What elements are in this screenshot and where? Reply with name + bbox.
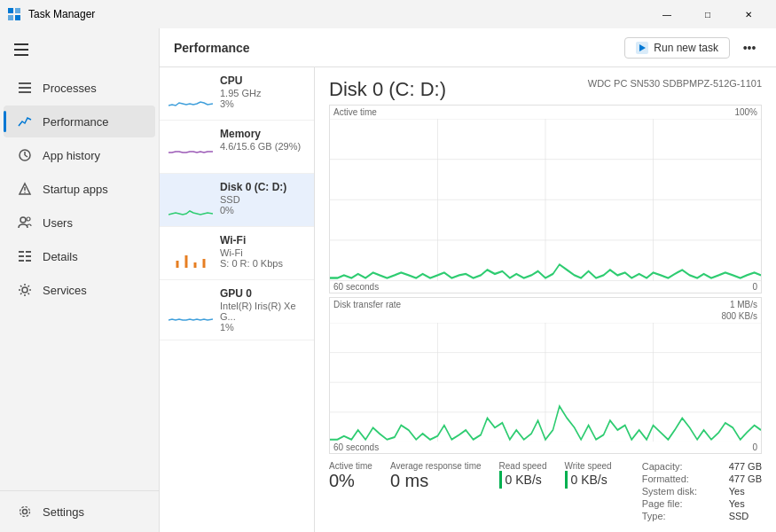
- main-header: Performance Run new task •••: [160, 28, 776, 67]
- disk-info-left: Capacity: 477 GB Formatted: 477 GB Syste…: [642, 461, 762, 521]
- system-disk-value: Yes: [729, 486, 745, 497]
- perf-detail: Disk 0 (C: D:) WDC PC SN530 SDBPMPZ-512G…: [315, 67, 776, 532]
- performance-list: CPU 1.95 GHz 3% Memory 4.6/15.6 GB (29%): [160, 67, 315, 532]
- run-new-task-button[interactable]: Run new task: [624, 37, 730, 59]
- sidebar: Processes Performance App history: [0, 28, 160, 532]
- active-time-value: 0%: [329, 471, 372, 491]
- avg-response-value: 0 ms: [390, 471, 482, 491]
- run-new-task-label: Run new task: [654, 42, 718, 54]
- stat-read-speed: Read speed 0 KB/s: [499, 461, 547, 521]
- svg-line-9: [25, 155, 27, 157]
- header-actions: Run new task •••: [624, 35, 762, 60]
- sidebar-item-performance[interactable]: Performance: [4, 106, 155, 137]
- svg-point-12: [24, 192, 26, 193]
- gear-icon: [18, 505, 32, 519]
- sidebar-label-settings: Settings: [43, 505, 84, 519]
- perf-item-disk[interactable]: Disk 0 (C: D:) SSD 0%: [160, 174, 314, 227]
- chart2-footer-left: 60 seconds: [333, 442, 379, 452]
- window-title: Task Manager: [28, 8, 95, 20]
- read-speed-label: Read speed: [499, 461, 547, 471]
- svg-point-13: [20, 217, 26, 223]
- cpu-name: CPU: [220, 74, 305, 87]
- system-disk-label: System disk:: [642, 486, 722, 497]
- perf-item-gpu[interactable]: GPU 0 Intel(R) Iris(R) Xe G... 1%: [160, 280, 314, 340]
- sidebar-item-processes[interactable]: Processes: [4, 72, 155, 104]
- svg-line-26: [20, 286, 22, 287]
- sidebar-item-users[interactable]: Users: [4, 207, 155, 239]
- formatted-value: 477 GB: [729, 473, 762, 484]
- sidebar-item-settings[interactable]: Settings: [4, 496, 155, 528]
- avg-response-label: Average response time: [390, 461, 482, 471]
- stat-write-speed: Write speed 0 KB/s: [565, 461, 612, 521]
- chart1-footer: 60 seconds 0: [330, 281, 761, 293]
- sidebar-item-details[interactable]: Details: [4, 240, 155, 272]
- svg-rect-1: [15, 8, 20, 13]
- sidebar-item-services[interactable]: Services: [4, 274, 155, 306]
- wifi-mini-chart: [169, 234, 213, 270]
- type-value: SSD: [729, 511, 749, 521]
- minimize-button[interactable]: —: [647, 0, 687, 28]
- sidebar-item-startup-apps[interactable]: Startup apps: [4, 173, 155, 205]
- formatted-label: Formatted:: [642, 473, 722, 484]
- disk-value: 0%: [220, 205, 305, 215]
- cpu-info: CPU 1.95 GHz 3%: [220, 74, 305, 109]
- wifi-value: S: 0 R: 0 Kbps: [220, 258, 305, 269]
- perf-item-wifi[interactable]: Wi-Fi Wi-Fi S: 0 R: 0 Kbps: [160, 227, 314, 280]
- svg-rect-15: [19, 251, 24, 253]
- disk-mini-chart: [169, 181, 213, 216]
- capacity-value: 477 GB: [729, 461, 762, 472]
- svg-point-21: [22, 287, 27, 293]
- wifi-sub: Wi-Fi: [220, 247, 305, 258]
- chart1-header: Active time 100%: [330, 106, 761, 119]
- svg-line-29: [20, 293, 22, 295]
- content-area: CPU 1.95 GHz 3% Memory 4.6/15.6 GB (29%): [160, 67, 776, 532]
- wifi-info: Wi-Fi Wi-Fi S: 0 R: 0 Kbps: [220, 234, 305, 269]
- stat-avg-response: Average response time 0 ms: [390, 461, 482, 521]
- disk-sub: SSD: [220, 194, 305, 205]
- chart1-label: Active time: [333, 107, 377, 117]
- disk-transfer-chart: Disk transfer rate 1 MB/s 800 KB/s: [329, 297, 762, 454]
- chart2-label: Disk transfer rate: [333, 300, 401, 309]
- active-time-chart: Active time 100%: [329, 105, 762, 293]
- chart-icon: [18, 114, 32, 129]
- more-options-button[interactable]: •••: [737, 35, 762, 60]
- titlebar: Task Manager — □ ✕: [0, 0, 776, 28]
- svg-rect-18: [26, 255, 31, 257]
- svg-rect-6: [19, 91, 31, 93]
- run-icon: [636, 42, 648, 54]
- detail-title: Disk 0 (C: D:): [329, 78, 446, 101]
- users-icon: [18, 215, 32, 230]
- sidebar-item-app-history[interactable]: App history: [4, 139, 155, 171]
- page-title: Performance: [174, 41, 250, 55]
- svg-point-30: [23, 510, 27, 514]
- chart2-svg: [330, 323, 761, 442]
- chart2-max2: 800 KB/s: [721, 311, 757, 321]
- chart1-max: 100%: [734, 107, 757, 117]
- cpu-mini-chart: [169, 74, 213, 110]
- disk-info-table: Capacity: 477 GB Formatted: 477 GB Syste…: [642, 461, 762, 521]
- svg-line-27: [28, 293, 30, 295]
- svg-rect-16: [26, 251, 31, 253]
- memory-name: Memory: [220, 128, 305, 140]
- window-controls: — □ ✕: [647, 0, 769, 28]
- svg-rect-2: [8, 15, 13, 20]
- sidebar-bottom: Settings: [0, 490, 159, 532]
- chart2-max: 1 MB/s: [730, 300, 757, 309]
- maximize-button[interactable]: □: [687, 0, 728, 28]
- detail-subtitle: WDC PC SN530 SDBPMPZ-512G-1101: [588, 78, 762, 89]
- write-speed-bar-container: 0 KB/s: [565, 471, 612, 489]
- close-button[interactable]: ✕: [728, 0, 769, 28]
- memory-sub: 4.6/15.6 GB (29%): [220, 141, 305, 152]
- details-icon: [18, 249, 32, 263]
- main-content: Performance Run new task •••: [160, 28, 776, 532]
- perf-item-memory[interactable]: Memory 4.6/15.6 GB (29%): [160, 121, 314, 174]
- cpu-sub: 1.95 GHz: [220, 88, 305, 98]
- hamburger-button[interactable]: [4, 32, 39, 67]
- write-speed-value: 0 KB/s: [571, 473, 607, 487]
- perf-item-cpu[interactable]: CPU 1.95 GHz 3%: [160, 67, 314, 121]
- svg-rect-4: [19, 82, 31, 84]
- chart1-area: [330, 119, 761, 281]
- svg-rect-20: [26, 260, 31, 262]
- app-body: Processes Performance App history: [0, 28, 776, 532]
- capacity-row: Capacity: 477 GB: [642, 461, 762, 472]
